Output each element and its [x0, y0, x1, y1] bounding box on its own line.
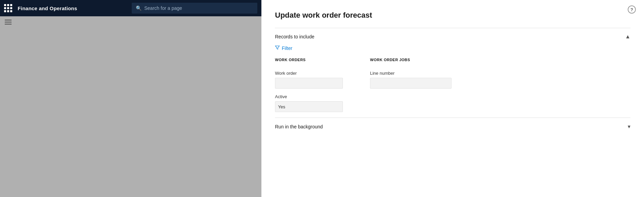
dialog-panel: ? Update work order forecast Records to … — [261, 0, 644, 197]
work-order-label: Work order — [275, 71, 350, 76]
search-placeholder-text: Search for a page — [144, 5, 182, 11]
main-content-area — [0, 28, 261, 197]
sidebar-toggle-area — [0, 16, 261, 28]
work-order-field-group: Work order — [275, 71, 350, 89]
work-order-jobs-column: WORK ORDER JOBS Line number — [370, 58, 452, 112]
help-button[interactable]: ? — [628, 5, 636, 14]
records-section-body: Filter WORK ORDERS Work order Active Yes — [275, 40, 630, 112]
work-orders-column: WORK ORDERS Work order Active Yes — [275, 58, 350, 112]
form-columns: WORK ORDERS Work order Active Yes WORK O… — [275, 58, 630, 112]
left-panel: Finance and Operations 🔍 Search for a pa… — [0, 0, 261, 197]
active-field-group: Active Yes — [275, 94, 350, 112]
records-chevron-icon: ▲ — [625, 34, 630, 40]
filter-link[interactable]: Filter — [275, 45, 630, 51]
work-order-jobs-section-label: WORK ORDER JOBS — [370, 58, 452, 62]
line-number-input[interactable] — [370, 78, 452, 89]
active-value[interactable]: Yes — [275, 101, 343, 112]
records-section-title: Records to include — [275, 34, 314, 39]
line-number-label: Line number — [370, 71, 452, 76]
app-title: Finance and Operations — [18, 5, 77, 11]
work-order-input[interactable] — [275, 78, 343, 89]
background-section-title: Run in the background — [275, 124, 323, 129]
background-section-header[interactable]: Run in the background ▾ — [275, 123, 630, 130]
active-label: Active — [275, 94, 350, 99]
line-number-field-group: Line number — [370, 71, 452, 89]
hamburger-menu[interactable] — [5, 20, 12, 24]
search-icon: 🔍 — [136, 5, 142, 11]
top-bar: Finance and Operations 🔍 Search for a pa… — [0, 0, 261, 16]
records-section: Records to include ▲ Filter WORK ORDERS — [275, 28, 630, 118]
filter-icon — [275, 45, 280, 51]
filter-label: Filter — [282, 46, 292, 51]
background-chevron-icon: ▾ — [628, 123, 630, 130]
app-grid-icon[interactable] — [4, 4, 12, 12]
records-section-header[interactable]: Records to include ▲ — [275, 34, 630, 40]
search-bar[interactable]: 🔍 Search for a page — [132, 3, 257, 14]
dialog-title: Update work order forecast — [275, 11, 630, 20]
background-section: Run in the background ▾ — [275, 118, 630, 135]
work-orders-section-label: WORK ORDERS — [275, 58, 350, 62]
